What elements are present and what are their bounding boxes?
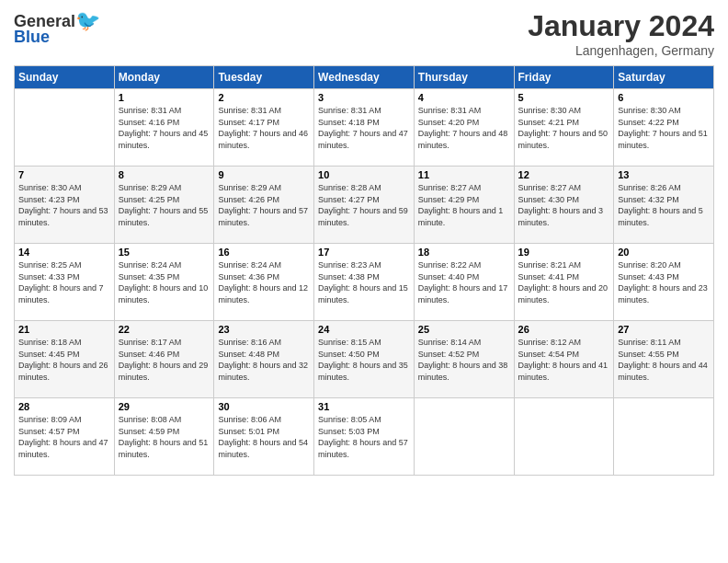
day-info: Sunrise: 8:27 AMSunset: 4:29 PMDaylight:… [418, 182, 510, 228]
day-number: 10 [318, 169, 410, 180]
calendar-cell [614, 398, 714, 476]
day-info: Sunrise: 8:31 AMSunset: 4:16 PMDaylight:… [119, 105, 210, 151]
calendar-cell: 28Sunrise: 8:09 AMSunset: 4:57 PMDayligh… [15, 398, 115, 476]
calendar-cell: 25Sunrise: 8:14 AMSunset: 4:52 PMDayligh… [414, 321, 514, 398]
calendar-cell: 10Sunrise: 8:28 AMSunset: 4:27 PMDayligh… [314, 167, 415, 244]
day-info: Sunrise: 8:31 AMSunset: 4:20 PMDaylight:… [418, 105, 510, 151]
week-row-3: 14Sunrise: 8:25 AMSunset: 4:33 PMDayligh… [15, 244, 714, 321]
day-info: Sunrise: 8:25 AMSunset: 4:33 PMDaylight:… [18, 259, 110, 305]
day-info: Sunrise: 8:17 AMSunset: 4:46 PMDaylight:… [119, 337, 210, 383]
day-number: 18 [418, 247, 510, 258]
calendar-cell: 27Sunrise: 8:11 AMSunset: 4:55 PMDayligh… [614, 321, 714, 398]
day-info: Sunrise: 8:24 AMSunset: 4:36 PMDaylight:… [218, 259, 310, 305]
day-number: 5 [518, 92, 610, 103]
day-number: 9 [218, 169, 310, 180]
calendar-cell: 7Sunrise: 8:30 AMSunset: 4:23 PMDaylight… [15, 167, 115, 244]
calendar-table: SundayMondayTuesdayWednesdayThursdayFrid… [14, 65, 714, 476]
day-number: 21 [18, 324, 110, 335]
calendar-cell: 2Sunrise: 8:31 AMSunset: 4:17 PMDaylight… [214, 89, 314, 167]
calendar-cell: 22Sunrise: 8:17 AMSunset: 4:46 PMDayligh… [114, 321, 214, 398]
calendar-cell: 13Sunrise: 8:26 AMSunset: 4:32 PMDayligh… [614, 167, 714, 244]
calendar-cell: 20Sunrise: 8:20 AMSunset: 4:43 PMDayligh… [614, 244, 714, 321]
day-info: Sunrise: 8:22 AMSunset: 4:40 PMDaylight:… [418, 259, 510, 305]
day-info: Sunrise: 8:11 AMSunset: 4:55 PMDaylight:… [618, 337, 710, 383]
day-number: 20 [618, 247, 710, 258]
day-number: 3 [318, 92, 410, 103]
day-info: Sunrise: 8:12 AMSunset: 4:54 PMDaylight:… [518, 337, 610, 383]
day-info: Sunrise: 8:24 AMSunset: 4:35 PMDaylight:… [119, 259, 210, 305]
day-info: Sunrise: 8:16 AMSunset: 4:48 PMDaylight:… [218, 337, 310, 383]
calendar-cell: 31Sunrise: 8:05 AMSunset: 5:03 PMDayligh… [314, 398, 415, 476]
calendar-cell [514, 398, 614, 476]
day-number: 22 [119, 324, 210, 335]
day-number: 29 [119, 401, 210, 412]
day-info: Sunrise: 8:20 AMSunset: 4:43 PMDaylight:… [618, 259, 710, 305]
day-number: 30 [218, 401, 310, 412]
day-number: 19 [518, 247, 610, 258]
header-day-wednesday: Wednesday [314, 66, 415, 89]
day-number: 16 [218, 247, 310, 258]
calendar-cell [15, 89, 115, 167]
logo-bird-icon: 🐦 [75, 9, 100, 33]
calendar-cell [414, 398, 514, 476]
day-info: Sunrise: 8:21 AMSunset: 4:41 PMDaylight:… [518, 259, 610, 305]
day-number: 31 [318, 401, 410, 412]
logo: General 🐦 Blue [14, 9, 100, 47]
day-info: Sunrise: 8:08 AMSunset: 4:59 PMDaylight:… [119, 414, 210, 460]
calendar-cell: 5Sunrise: 8:30 AMSunset: 4:21 PMDaylight… [514, 89, 614, 167]
calendar-cell: 24Sunrise: 8:15 AMSunset: 4:50 PMDayligh… [314, 321, 415, 398]
day-number: 11 [418, 169, 510, 180]
day-info: Sunrise: 8:26 AMSunset: 4:32 PMDaylight:… [618, 182, 710, 228]
calendar-cell: 14Sunrise: 8:25 AMSunset: 4:33 PMDayligh… [15, 244, 115, 321]
calendar-body: 1Sunrise: 8:31 AMSunset: 4:16 PMDaylight… [15, 89, 714, 476]
day-number: 7 [18, 169, 110, 180]
day-number: 28 [18, 401, 110, 412]
day-number: 17 [318, 247, 410, 258]
calendar-cell: 21Sunrise: 8:18 AMSunset: 4:45 PMDayligh… [15, 321, 115, 398]
month-year-title: January 2024 [528, 9, 714, 43]
header-day-monday: Monday [114, 66, 214, 89]
calendar-cell: 19Sunrise: 8:21 AMSunset: 4:41 PMDayligh… [514, 244, 614, 321]
day-number: 26 [518, 324, 610, 335]
day-info: Sunrise: 8:30 AMSunset: 4:23 PMDaylight:… [18, 182, 110, 228]
calendar-cell: 30Sunrise: 8:06 AMSunset: 5:01 PMDayligh… [214, 398, 314, 476]
calendar-cell: 11Sunrise: 8:27 AMSunset: 4:29 PMDayligh… [414, 167, 514, 244]
calendar-cell: 15Sunrise: 8:24 AMSunset: 4:35 PMDayligh… [114, 244, 214, 321]
day-info: Sunrise: 8:18 AMSunset: 4:45 PMDaylight:… [18, 337, 110, 383]
day-number: 24 [318, 324, 410, 335]
day-number: 23 [218, 324, 310, 335]
logo-blue-text: Blue [14, 28, 50, 47]
header-day-thursday: Thursday [414, 66, 514, 89]
day-info: Sunrise: 8:28 AMSunset: 4:27 PMDaylight:… [318, 182, 410, 228]
day-number: 25 [418, 324, 510, 335]
calendar-cell: 18Sunrise: 8:22 AMSunset: 4:40 PMDayligh… [414, 244, 514, 321]
week-row-5: 28Sunrise: 8:09 AMSunset: 4:57 PMDayligh… [15, 398, 714, 476]
day-info: Sunrise: 8:31 AMSunset: 4:18 PMDaylight:… [318, 105, 410, 151]
header-area: General 🐦 Blue January 2024 Langenhagen,… [14, 9, 714, 58]
day-number: 1 [119, 92, 210, 103]
day-info: Sunrise: 8:30 AMSunset: 4:22 PMDaylight:… [618, 105, 710, 151]
day-number: 15 [119, 247, 210, 258]
header-day-tuesday: Tuesday [214, 66, 314, 89]
day-info: Sunrise: 8:29 AMSunset: 4:26 PMDaylight:… [218, 182, 310, 228]
calendar-cell: 23Sunrise: 8:16 AMSunset: 4:48 PMDayligh… [214, 321, 314, 398]
day-number: 6 [618, 92, 710, 103]
calendar-cell: 3Sunrise: 8:31 AMSunset: 4:18 PMDaylight… [314, 89, 415, 167]
calendar-header-row: SundayMondayTuesdayWednesdayThursdayFrid… [15, 66, 714, 89]
day-number: 13 [618, 169, 710, 180]
day-info: Sunrise: 8:23 AMSunset: 4:38 PMDaylight:… [318, 259, 410, 305]
day-info: Sunrise: 8:05 AMSunset: 5:03 PMDaylight:… [318, 414, 410, 460]
day-info: Sunrise: 8:14 AMSunset: 4:52 PMDaylight:… [418, 337, 510, 383]
calendar-cell: 12Sunrise: 8:27 AMSunset: 4:30 PMDayligh… [514, 167, 614, 244]
week-row-2: 7Sunrise: 8:30 AMSunset: 4:23 PMDaylight… [15, 167, 714, 244]
day-info: Sunrise: 8:29 AMSunset: 4:25 PMDaylight:… [119, 182, 210, 228]
header-day-sunday: Sunday [15, 66, 115, 89]
day-info: Sunrise: 8:27 AMSunset: 4:30 PMDaylight:… [518, 182, 610, 228]
day-info: Sunrise: 8:15 AMSunset: 4:50 PMDaylight:… [318, 337, 410, 383]
calendar-cell: 4Sunrise: 8:31 AMSunset: 4:20 PMDaylight… [414, 89, 514, 167]
calendar-container: General 🐦 Blue January 2024 Langenhagen,… [0, 0, 728, 485]
calendar-cell: 16Sunrise: 8:24 AMSunset: 4:36 PMDayligh… [214, 244, 314, 321]
title-area: January 2024 Langenhagen, Germany [528, 9, 714, 58]
day-number: 14 [18, 247, 110, 258]
header-day-saturday: Saturday [614, 66, 714, 89]
